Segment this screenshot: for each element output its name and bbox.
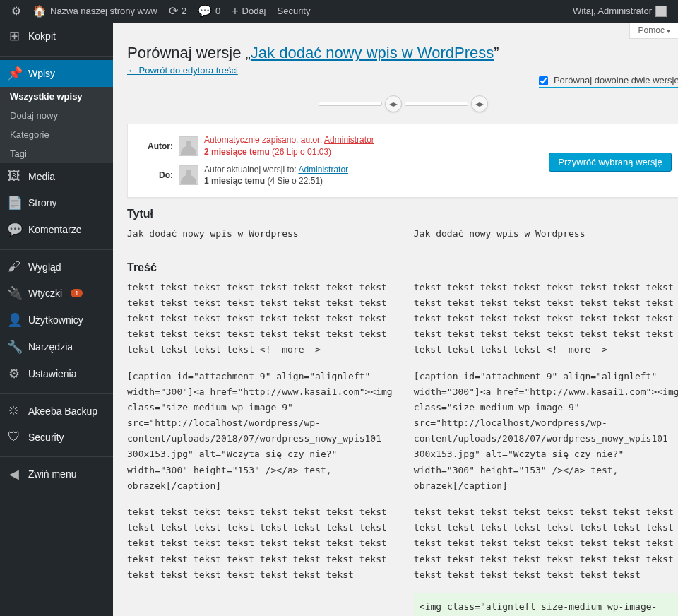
wordpress-icon: ⚙ xyxy=(11,0,21,23)
admin-sidebar: ⊞Kokpit 📌Wpisy Wszystkie wpisy Dodaj now… xyxy=(0,23,113,616)
post-title-link[interactable]: Jak dodać nowy wpis w WordPress xyxy=(251,44,494,61)
comment-icon: 💬 xyxy=(7,222,21,237)
wrench-icon: 🔧 xyxy=(7,339,21,355)
restore-revision-button[interactable]: Przywróć wybraną wersję xyxy=(549,153,671,172)
plus-icon: + xyxy=(232,0,238,23)
diff-content-left: tekst tekst tekst tekst tekst tekst teks… xyxy=(127,280,393,616)
updates-icon: ⟳ xyxy=(169,0,178,23)
submenu-all-posts[interactable]: Wszystkie wpisy xyxy=(0,87,113,106)
brush-icon: 🖌 xyxy=(7,259,21,274)
menu-separator xyxy=(0,391,113,394)
compare-two-toggle: Porównaj dowolne dwie wersje xyxy=(539,73,678,88)
diff-content-heading: Treść xyxy=(127,261,678,274)
plugins-update-badge: 1 xyxy=(71,289,83,297)
avatar-icon xyxy=(655,6,667,17)
compare-two-checkbox[interactable] xyxy=(539,76,548,85)
menu-security[interactable]: 🛡Security xyxy=(0,424,113,450)
add-new-link[interactable]: +Dodaj xyxy=(226,0,271,23)
diff-content-right: tekst tekst tekst tekst tekst tekst teks… xyxy=(414,280,678,616)
user-icon: 👤 xyxy=(7,312,21,328)
posts-submenu: Wszystkie wpisy Dodaj nowy Kategorie Tag… xyxy=(0,87,113,163)
adminbar-left: ⚙ 🏠Nazwa naszej strony www ⟳2 💬0 +Dodaj … xyxy=(6,0,316,23)
content-area: Pomoc Porównaj wersje „Jak dodać nowy wp… xyxy=(113,23,678,616)
diff-title-right: Jak dodać nowy wpis w Wordpress xyxy=(414,226,678,253)
menu-users[interactable]: 👤Użytkownicy xyxy=(0,307,113,333)
adminbar-right: Witaj, Administrator xyxy=(567,0,672,23)
security-label: Security xyxy=(278,0,311,23)
diff-title-heading: Tytuł xyxy=(127,208,678,220)
menu-pages[interactable]: 📄Strony xyxy=(0,189,113,216)
admin-bar: ⚙ 🏠Nazwa naszej strony www ⟳2 💬0 +Dodaj … xyxy=(0,0,678,23)
author-link[interactable]: Administrator xyxy=(324,135,374,145)
diff-title-section: Tytuł Jak dodać nowy wpis w Wordpress Ja… xyxy=(127,208,678,253)
author-text: Automatycznie zapisano, autor: Administr… xyxy=(204,134,374,158)
submenu-add-post[interactable]: Dodaj nowy xyxy=(0,106,113,125)
dashboard-icon: ⊞ xyxy=(7,28,21,44)
slider-handle-from[interactable]: ◂▸ xyxy=(385,95,402,112)
sliders-icon: ⚙ xyxy=(7,366,21,381)
page-title: Porównaj wersje „Jak dodać nowy wpis w W… xyxy=(127,31,678,62)
menu-separator xyxy=(0,53,113,57)
comment-icon: 💬 xyxy=(198,0,212,23)
author-label: Autor: xyxy=(136,141,179,151)
site-name-link[interactable]: 🏠Nazwa naszej strony www xyxy=(27,0,163,23)
slider-track-left[interactable] xyxy=(319,102,382,106)
comments-link[interactable]: 💬0 xyxy=(192,0,226,23)
site-name: Nazwa naszej strony www xyxy=(50,0,157,23)
revision-meta-box: Przywróć wybraną wersję Autor: Automatyc… xyxy=(127,124,678,198)
help-tab[interactable]: Pomoc xyxy=(629,23,678,39)
to-author-link[interactable]: Administrator xyxy=(298,165,348,174)
updates-count: 2 xyxy=(182,0,186,23)
to-avatar xyxy=(179,165,198,185)
slider-track-right[interactable] xyxy=(405,102,468,106)
plug-icon: 🔌 xyxy=(7,285,21,301)
menu-separator xyxy=(0,247,113,250)
add-new-label: Dodaj xyxy=(242,0,266,23)
menu-tools[interactable]: 🔧Narzędzia xyxy=(0,333,113,360)
menu-appearance[interactable]: 🖌Wygląd xyxy=(0,254,113,280)
media-icon: 🖼 xyxy=(7,169,21,184)
collapse-icon: ◀ xyxy=(7,466,21,482)
page-icon: 📄 xyxy=(7,195,21,211)
submenu-tags[interactable]: Tagi xyxy=(0,144,113,163)
menu-settings[interactable]: ⚙Ustawienia xyxy=(0,360,113,387)
account-link[interactable]: Witaj, Administrator xyxy=(567,0,672,23)
menu-akeeba[interactable]: ⛭Akeeba Backup xyxy=(0,398,113,424)
diff-content-section: Treść tekst tekst tekst tekst tekst teks… xyxy=(127,261,678,616)
menu-posts[interactable]: 📌Wpisy xyxy=(0,60,113,87)
backup-icon: ⛭ xyxy=(7,403,21,418)
wp-logo[interactable]: ⚙ xyxy=(6,0,27,23)
menu-separator xyxy=(0,454,113,457)
updates-link[interactable]: ⟳2 xyxy=(163,0,192,23)
home-icon: 🏠 xyxy=(32,0,47,23)
menu-comments[interactable]: 💬Komentarze xyxy=(0,216,113,243)
menu-collapse[interactable]: ◀Zwiń menu xyxy=(0,461,113,487)
diff-title-left: Jak dodać nowy wpis w Wordpress xyxy=(127,226,393,253)
menu-media[interactable]: 🖼Media xyxy=(0,163,113,189)
menu-plugins[interactable]: 🔌Wtyczki1 xyxy=(0,280,113,307)
back-to-editor-link[interactable]: ← Powrót do edytora treści xyxy=(127,65,238,76)
pin-icon: 📌 xyxy=(7,66,21,81)
security-link[interactable]: Security xyxy=(272,0,316,23)
comments-count: 0 xyxy=(215,0,220,23)
to-text: Autor aktualnej wersji to: Administrator… xyxy=(204,164,348,188)
submenu-categories[interactable]: Kategorie xyxy=(0,125,113,144)
menu-dashboard[interactable]: ⊞Kokpit xyxy=(0,23,113,49)
author-avatar xyxy=(179,136,198,156)
shield-icon: 🛡 xyxy=(7,430,21,444)
to-label: Do: xyxy=(136,170,179,180)
greeting: Witaj, Administrator xyxy=(573,0,652,23)
revision-slider: ◂▸ ◂▸ xyxy=(127,95,678,112)
compare-two-label[interactable]: Porównaj dowolne dwie wersje xyxy=(539,75,678,88)
added-block: <img class="alignleft size-medium wp-ima… xyxy=(414,593,678,616)
slider-handle-to[interactable]: ◂▸ xyxy=(471,95,488,112)
